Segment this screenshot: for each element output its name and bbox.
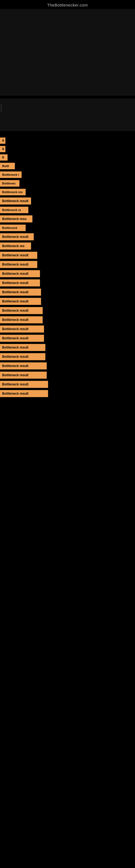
bottleneck-result-label: B — [0, 146, 5, 152]
list-item: Bottl — [0, 162, 135, 170]
bottleneck-result-label: Bottleneck result — [0, 390, 48, 397]
bottleneck-result-label: Bottleneck result — [0, 344, 45, 351]
list-item: Bottleneck — [0, 223, 135, 232]
list-item: Bottleneck result — [0, 251, 135, 260]
bottleneck-result-label: Bottleneck result — [0, 261, 37, 268]
bottleneck-result-label: Bottleneck result — [0, 289, 41, 296]
bottleneck-result-label: Bottlenec — [0, 180, 19, 187]
bottleneck-result-label: Bottleneck result — [0, 307, 43, 314]
list-item: Bottleneck result — [0, 287, 135, 297]
list-item: Bottleneck result — [0, 352, 135, 361]
bottleneck-result-label: Bottleneck result — [0, 270, 40, 277]
list-item: Bottleneck result — [0, 361, 135, 371]
bottleneck-result-label: Bottleneck resu — [0, 215, 32, 222]
list-item: Bottleneck result — [0, 389, 135, 398]
list-item: Bottleneck result — [0, 334, 135, 343]
list-item: B — [0, 153, 135, 162]
list-item: B — [0, 136, 135, 145]
list-item: Bottlenec — [0, 179, 135, 188]
bottleneck-result-label: Bottleneck res — [0, 189, 26, 195]
bottleneck-result-label: Bottleneck result — [0, 233, 34, 240]
list-item: Bottleneck result — [0, 196, 135, 206]
list-item: Bottleneck result — [0, 297, 135, 306]
bottleneck-result-label: Bottleneck result — [0, 381, 48, 388]
list-item: Bottleneck result — [0, 232, 135, 241]
result-list: BBBBottlBottleneck rBottlenecBottleneck … — [0, 136, 135, 398]
bottleneck-result-label: Bottleneck — [0, 225, 26, 231]
top-chart-area — [0, 9, 135, 96]
list-item: Bottleneck result — [0, 269, 135, 278]
bottleneck-result-label: Bottleneck result — [0, 298, 41, 305]
list-item: Bottleneck resu — [0, 214, 135, 223]
list-item: Bottleneck r — [0, 170, 135, 179]
indicator-bar — [1, 104, 2, 112]
list-item: Bottleneck re — [0, 206, 135, 214]
list-item: Bottleneck res — [0, 188, 135, 196]
list-item: Bottleneck result — [0, 343, 135, 352]
list-item: Bottleneck result — [0, 278, 135, 287]
bottleneck-result-label: Bottleneck result — [0, 335, 44, 342]
bottleneck-result-label: Bottleneck res — [0, 243, 31, 250]
bottleneck-result-label: Bottleneck result — [0, 279, 40, 286]
list-item: Bottleneck result — [0, 260, 135, 269]
list-item: Bottleneck result — [0, 324, 135, 334]
bottleneck-result-label: Bottleneck result — [0, 197, 31, 205]
bottleneck-result-label: Bottleneck result — [0, 316, 43, 323]
bottleneck-result-label: Bottleneck r — [0, 172, 21, 178]
list-item: B — [0, 145, 135, 153]
bottleneck-result-label: Bottleneck result — [0, 252, 37, 259]
bottleneck-result-label: B — [0, 137, 5, 144]
list-item: Bottleneck result — [0, 371, 135, 380]
mid-area — [0, 98, 135, 131]
list-item: Bottleneck res — [0, 241, 135, 251]
bottleneck-result-label: Bottl — [0, 163, 15, 169]
bottleneck-result-label: Bottleneck re — [0, 207, 28, 213]
site-title: TheBottlenecker.com — [0, 0, 135, 9]
bottleneck-result-label: B — [0, 154, 8, 161]
list-item: Bottleneck result — [0, 306, 135, 315]
bottleneck-result-label: Bottleneck result — [0, 353, 45, 360]
bottleneck-result-label: Bottleneck result — [0, 362, 47, 369]
list-item: Bottleneck result — [0, 315, 135, 324]
bottleneck-result-label: Bottleneck result — [0, 326, 44, 333]
list-item: Bottleneck result — [0, 380, 135, 389]
bottleneck-result-label: Bottleneck result — [0, 372, 47, 379]
